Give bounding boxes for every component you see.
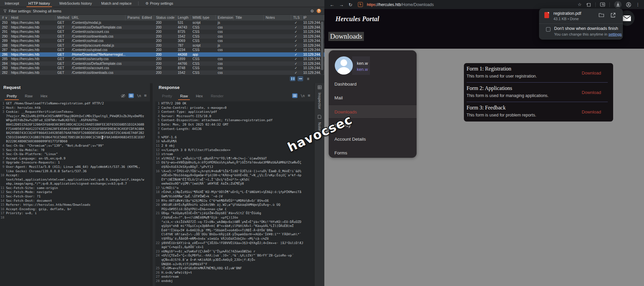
tab-proxy-settings[interactable]: ⚙Proxy settings	[141, 0, 178, 7]
column-header[interactable]: Params	[125, 15, 140, 20]
request-panel: Request Pretty Raw Hex \n ≡ 1GET /Home/D…	[0, 83, 153, 286]
forward-icon[interactable]: →	[339, 2, 344, 7]
form-item: Form 1: RegistrationThis form is used fo…	[464, 63, 613, 82]
editor-line: /3$AùÉ+ò=?".§»<(\UNÈëßMq¶²Ùjä· =µfÇ)]Jöo	[155, 216, 314, 220]
editor-line: 17\LfKÜ)ï°o	[155, 186, 314, 190]
table-row[interactable]: 285https://hercules.htbGET/Content/css/s…	[0, 57, 324, 61]
editor-line: ²±)â,<·ckiÎ£kÁÒ72Í-÷q-72÷õN=_wkåW@«6±)öØ…	[155, 220, 314, 224]
help-icon[interactable]: ?	[317, 9, 321, 13]
toolbar-separator	[609, 2, 610, 7]
sidebar-item-dashboard[interactable]: Dashboard	[329, 77, 417, 91]
column-header[interactable]: Length	[176, 15, 191, 20]
settings-gear-icon[interactable]: ⚙	[310, 9, 314, 13]
filter-bar[interactable]: Filter settings: Showing all items ⚙ ?	[0, 7, 324, 15]
response-title: Response	[159, 85, 179, 90]
side-search-icon[interactable]	[600, 2, 605, 7]
column-header[interactable]: Status code	[154, 15, 176, 20]
address-bar[interactable]: https://hercules.htb/Home/Downloads	[367, 2, 434, 7]
table-row[interactable]: 291https://hercules.htbGET/Content/css/a…	[0, 30, 324, 34]
column-header[interactable]: Host	[9, 15, 55, 20]
tab-http-history[interactable]: HTTP history	[24, 0, 55, 7]
editor-line: 15O$?ý~øù»éV8Õÿþ8hz§¿ò:òÝÇ©PÉRÚ¢ù½ñçáÃwò…	[155, 160, 314, 165]
table-scrollbar[interactable]	[321, 21, 324, 75]
tab-match-replace[interactable]: Match and replace	[97, 0, 137, 7]
response-menu-icon[interactable]: ≡	[308, 94, 310, 97]
download-filename[interactable]: registration.pdf	[553, 11, 581, 16]
form-download-link[interactable]: Download	[582, 109, 601, 114]
form-download-link[interactable]: Download	[582, 90, 601, 95]
column-header[interactable]: MIME type	[191, 15, 216, 20]
menu-kebab-icon[interactable]: ⋮	[636, 2, 640, 7]
table-row[interactable]: 290https://hercules.htbGET/Content/css/d…	[0, 34, 324, 39]
soft-wrap-icon[interactable]	[128, 93, 134, 98]
request-tab-hex[interactable]: Hex	[37, 93, 51, 100]
screen: Intercept HTTP history WebSockets histor…	[0, 0, 644, 286]
request-editor[interactable]: 1GET /Home/Download?fileName=registratio…	[0, 101, 150, 286]
table-row[interactable]: 283https://hercules.htbGET/Content/css/a…	[0, 66, 324, 70]
show-in-folder-icon[interactable]	[599, 13, 604, 17]
dont-show-checkbox[interactable]	[546, 27, 550, 32]
inspector-tab[interactable]: Inspector	[318, 93, 322, 109]
url-path: /Home/Downloads	[401, 2, 434, 7]
layout-menu-icon[interactable]: ≡	[305, 76, 311, 81]
column-header[interactable]: IP	[301, 15, 324, 20]
user-profile-link[interactable]: ken.w	[357, 67, 368, 72]
sidebar-item-forms[interactable]: Forms	[329, 146, 417, 158]
editor-line: B2228C48D0E5693880099F01771FBD60	[0, 139, 150, 144]
column-header[interactable]: # ∨	[0, 15, 9, 20]
hide-icon[interactable]	[121, 94, 125, 98]
gear-icon: ⚙	[145, 1, 149, 5]
response-tab-pretty[interactable]: Pretty	[158, 93, 176, 100]
response-tab-render[interactable]: Render	[207, 93, 228, 100]
column-header[interactable]: TLS	[291, 15, 301, 20]
editor-line: 18	[0, 216, 150, 220]
open-in-new-icon[interactable]	[611, 13, 615, 17]
editor-line: 10Accept:	[0, 173, 150, 178]
profile-icon[interactable]	[626, 2, 631, 7]
tab-websockets-history[interactable]: WebSockets history	[55, 0, 97, 7]
column-header[interactable]: URL	[70, 15, 125, 20]
request-menu-icon[interactable]: ≡	[144, 94, 147, 97]
table-header[interactable]: # ∨HostMethodURLParamsEditedStatus codeL…	[0, 15, 324, 20]
column-header[interactable]: Title	[233, 15, 264, 20]
burp-extension-icon[interactable]: ϟ	[358, 2, 363, 7]
downloads-toolbar-icon[interactable]	[614, 1, 622, 8]
table-row[interactable]: 284https://hercules.htbGET/Content/css/D…	[0, 61, 324, 66]
bookmark-icon[interactable]: ☆	[578, 2, 582, 7]
browser-toolbar: ← → ↻ ϟ https://hercules.htb/Home/Downlo…	[324, 0, 644, 9]
grid-icon[interactable]	[318, 85, 322, 89]
table-row[interactable]: 287https://hercules.htbGET/Content/css/u…	[0, 48, 324, 52]
newline-toggle[interactable]: \n	[301, 94, 305, 98]
request-tab-raw[interactable]: Raw	[21, 93, 37, 100]
column-header[interactable]: Notes	[264, 15, 291, 20]
layout-rows-icon[interactable]	[298, 76, 303, 81]
sidebar-item-mail[interactable]: Mail	[329, 91, 417, 105]
column-header[interactable]: Method	[55, 15, 70, 20]
tab-intercept[interactable]: Intercept	[0, 0, 24, 7]
editor-line: 27endstream	[155, 275, 314, 279]
editor-line: ÈY"{8ÈÌÑõN"ÉÏ?ÉLô/2!±Ê'~ï,Ï¯\Dc¾^õÏnü*?>…	[155, 178, 314, 182]
column-header[interactable]: Edited	[140, 15, 154, 20]
response-tab-raw[interactable]: Raw	[176, 93, 192, 100]
table-row[interactable]: 282https://hercules.htbGET/Content/css/d…	[0, 70, 324, 75]
settings-link[interactable]: settings	[608, 32, 622, 36]
newline-toggle[interactable]: \n	[137, 94, 141, 98]
response-editor[interactable]: 1HTTP/2 200 OK2Cache-Control: private, s…	[155, 101, 314, 286]
soft-wrap-icon[interactable]	[292, 93, 298, 98]
response-tab-hex[interactable]: Hex	[192, 93, 207, 100]
table-row[interactable]: 292https://hercules.htbGET/Content/css/D…	[0, 25, 324, 30]
table-row[interactable]: 289https://hercules.htbGET/Content/css/m…	[0, 39, 324, 43]
form-download-link[interactable]: Download	[582, 70, 601, 76]
page-heading: Downloads	[328, 32, 364, 41]
request-tab-pretty[interactable]: Pretty	[3, 93, 21, 100]
restore-tab-icon[interactable]	[586, 2, 591, 7]
table-row[interactable]: 288https://hercules.htbGET/Content/js/ac…	[0, 43, 324, 48]
sidebar-item-account-details[interactable]: Account Details	[329, 132, 417, 146]
editor-line: 7Content-Length: 44136	[155, 127, 314, 131]
table-row[interactable]: 293https://hercules.htbGET/Content/js/mo…	[0, 20, 324, 25]
back-icon[interactable]: ←	[330, 2, 334, 7]
column-header[interactable]: Extension	[216, 15, 233, 20]
table-row[interactable]: 286https://hercules.htbGET/Home/Download…	[0, 52, 324, 57]
layout-columns-icon[interactable]	[290, 76, 296, 81]
reload-icon[interactable]: ↻	[348, 2, 353, 7]
